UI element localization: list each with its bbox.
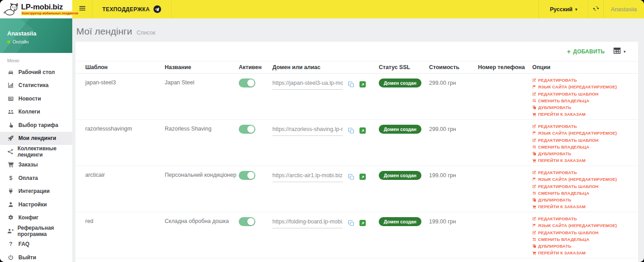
sidebar-item-label: Выбор тарифа xyxy=(18,122,58,128)
edit-icon xyxy=(532,231,536,235)
active-toggle[interactable] xyxy=(239,217,255,226)
option-go-to-orders[interactable]: ПЕРЕЙТИ К ЗАКАЗАМ xyxy=(532,157,638,164)
exchange-icon xyxy=(532,99,536,103)
active-toggle[interactable] xyxy=(239,79,255,87)
open-site-icon[interactable] xyxy=(359,81,366,87)
option-change-owner[interactable]: СМЕНИТЬ ВЛАДЕЛЬЦА xyxy=(532,190,638,196)
active-toggle[interactable] xyxy=(239,125,255,134)
template-cell: red xyxy=(85,218,165,224)
sidebar-item-integrations[interactable]: Интеграции xyxy=(0,185,72,198)
option-duplicate[interactable]: ДУБЛИРОВАТЬ xyxy=(532,196,638,203)
app-logo[interactable]: LP-mobi.biz Конструктор мобильных лендин… xyxy=(0,0,72,18)
logo-title: LP-mobi.biz xyxy=(21,3,79,11)
chart-icon xyxy=(7,82,14,88)
sidebar-item-settings[interactable]: Настройки xyxy=(0,198,72,211)
column-header: Активен xyxy=(239,64,272,70)
sidebar-item-statistics[interactable]: Статистика xyxy=(0,79,72,92)
plug-icon xyxy=(7,188,14,194)
option-edit-template[interactable]: РЕДАКТИРОВАТЬ ШАБЛОН xyxy=(532,91,638,97)
option-site-language[interactable]: ЯЗЫК САЙТА (НЕРЕДАКТИРУЕМОЕ) xyxy=(532,130,638,136)
sidebar-item-logout[interactable]: Выйти xyxy=(0,251,72,262)
option-duplicate[interactable]: ДУБЛИРОВАТЬ xyxy=(532,243,638,249)
option-site-language[interactable]: ЯЗЫК САЙТА (НЕРЕДАКТИРУЕМОЕ) xyxy=(532,176,638,183)
option-duplicate[interactable]: ДУБЛИРОВАТЬ xyxy=(532,104,638,111)
option-go-to-orders[interactable]: ПЕРЕЙТИ К ЗАКАЗАМ xyxy=(532,111,638,118)
table-grid-icon xyxy=(613,48,621,55)
option-duplicate[interactable]: ДУБЛИРОВАТЬ xyxy=(532,150,638,157)
option-go-to-orders[interactable]: ПЕРЕЙТИ К ЗАКАЗАМ xyxy=(532,203,638,210)
domain-input[interactable] xyxy=(272,126,343,136)
open-site-icon[interactable] xyxy=(359,174,366,180)
sidebar-item-payment[interactable]: $Оплата xyxy=(0,171,72,185)
car-icon xyxy=(7,69,14,75)
sidebar-item-my-landings[interactable]: Мои лендинги xyxy=(0,132,72,145)
open-site-icon[interactable] xyxy=(359,220,366,226)
chevron-down-icon: ▾ xyxy=(623,49,626,54)
page-subtitle: Список xyxy=(137,30,156,36)
copy-domain-icon[interactable] xyxy=(348,220,355,227)
copy-domain-icon[interactable] xyxy=(348,127,355,134)
power-icon xyxy=(7,254,14,261)
toggle-knob xyxy=(247,79,254,87)
sidebar-item-label: Выйти xyxy=(18,254,36,261)
duplicate-icon xyxy=(532,152,536,156)
table-header-row: ШаблонНазваниеАктивенДомен или алиасСтат… xyxy=(75,61,638,74)
cogs-icon xyxy=(7,214,14,221)
domain-input[interactable] xyxy=(272,218,343,228)
domain-input[interactable] xyxy=(272,79,343,90)
option-edit[interactable]: РЕДАКТИРОВАТЬ xyxy=(532,169,638,176)
support-button[interactable]: ТЕХПОДДЕРЖКА xyxy=(92,0,171,18)
edit-icon xyxy=(532,170,536,175)
duplicate-icon xyxy=(532,244,536,248)
ssl-status-badge: Домен создан xyxy=(379,217,421,226)
sidebar-item-news[interactable]: Новости xyxy=(0,92,72,105)
copy-domain-icon[interactable] xyxy=(348,174,355,180)
edit-icon xyxy=(532,92,536,96)
user-menu[interactable]: Anastasiia xyxy=(603,0,644,18)
flag-icon xyxy=(532,131,536,135)
options-cell: РЕДАКТИРОВАТЬЯЗЫК САЙТА (НЕРЕДАКТИРУЕМОЕ… xyxy=(532,123,638,164)
ssl-status-badge: Домен создан xyxy=(379,79,421,87)
sidebar-item-tariff[interactable]: Выбор тарифа xyxy=(0,118,72,132)
sidebar-item-orders[interactable]: Заказы xyxy=(0,158,72,172)
option-change-owner[interactable]: СМЕНИТЬ ВЛАДЕЛЬЦА xyxy=(532,144,638,150)
option-edit-template[interactable]: РЕДАКТИРОВАТЬ ШАБЛОН xyxy=(532,229,638,236)
sidebar-item-referral[interactable]: Реферальная программа xyxy=(0,224,72,238)
duplicate-icon xyxy=(532,198,536,202)
option-go-to-orders[interactable]: ПЕРЕЙТИ К ЗАКАЗАМ xyxy=(532,249,638,256)
option-edit[interactable]: РЕДАКТИРОВАТЬ xyxy=(532,77,638,83)
domain-input[interactable] xyxy=(272,172,343,182)
active-toggle[interactable] xyxy=(239,171,255,180)
column-header: Шаблон xyxy=(85,64,165,70)
table-row: arcticairПерсональний кондиціонерДомен с… xyxy=(75,166,638,212)
plus-icon: + xyxy=(567,49,571,54)
option-edit[interactable]: РЕДАКТИРОВАТЬ xyxy=(532,123,638,130)
price-cell: 299.00 грн xyxy=(429,79,478,86)
option-site-language[interactable]: ЯЗЫК САЙТА (НЕРЕДАКТИРУЕМОЕ) xyxy=(532,83,638,90)
refresh-button[interactable] xyxy=(588,0,603,18)
sidebar-item-desktop[interactable]: Рабочий стол xyxy=(0,66,72,79)
open-site-icon[interactable] xyxy=(359,127,366,134)
option-change-owner[interactable]: СМЕНИТЬ ВЛАДЕЛЬЦА xyxy=(532,97,638,104)
sidebar-item-config[interactable]: Конфиг xyxy=(0,211,72,225)
sidebar-item-faq[interactable]: ?FAQ xyxy=(0,238,72,251)
columns-dropdown-button[interactable]: ▾ xyxy=(613,48,626,55)
option-edit-template[interactable]: РЕДАКТИРОВАТЬ ШАБЛОН xyxy=(532,183,638,190)
table-row: clothes and shoesЧоловічі кросівкиДомен … xyxy=(75,258,638,262)
add-landing-button[interactable]: + ДОБАВИТЬ xyxy=(567,48,605,55)
chevron-down-icon: ▾ xyxy=(575,7,578,12)
language-dropdown[interactable]: Русский ▾ xyxy=(539,0,588,18)
sidebar-item-collective-landings[interactable]: Коллективные лендинги xyxy=(0,145,72,158)
option-edit-template[interactable]: РЕДАКТИРОВАТЬ ШАБЛОН xyxy=(532,137,638,144)
cart-icon xyxy=(532,251,536,255)
sidebar-item-label: Оплата xyxy=(18,175,38,181)
add-button-label: ДОБАВИТЬ xyxy=(573,48,605,55)
sidebar-toggle-button[interactable] xyxy=(72,0,92,18)
option-edit[interactable]: РЕДАКТИРОВАТЬ xyxy=(532,215,638,222)
copy-domain-icon[interactable] xyxy=(348,81,355,88)
option-change-owner[interactable]: СМЕНИТЬ ВЛАДЕЛЬЦА xyxy=(532,236,638,243)
sidebar-item-colleagues[interactable]: Коллеги xyxy=(0,105,72,119)
option-site-language[interactable]: ЯЗЫК САЙТА (НЕРЕДАКТИРУЕМОЕ) xyxy=(532,222,638,229)
table-row: razorlessshavingmRazorless ShavingДомен … xyxy=(75,120,638,166)
language-label: Русский xyxy=(550,6,573,13)
